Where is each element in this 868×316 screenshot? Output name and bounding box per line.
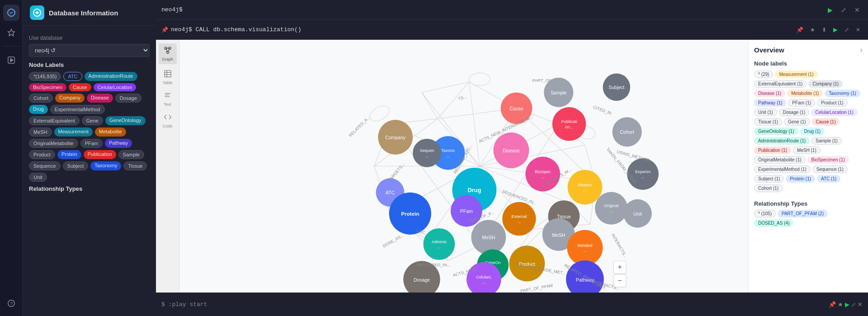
sidebar-tag-company[interactable]: Company: [55, 94, 85, 103]
sidebar-tag-cohort[interactable]: Cohort: [29, 94, 53, 103]
overview-tag-sequence--1-[interactable]: Sequence (1): [812, 165, 848, 173]
sidebar-tag-geneontology[interactable]: GeneOntology: [105, 116, 146, 125]
overview-tag-geneontology--1-[interactable]: GeneOntology (1): [754, 127, 798, 135]
sidebar-tag-sample[interactable]: Sample: [118, 150, 144, 159]
node-sequence[interactable]: [413, 139, 441, 167]
sidebar-tag-externalequivalent[interactable]: ExternalEquivalent: [29, 116, 80, 125]
overview-tag-product--1-[interactable]: Product (1): [817, 99, 847, 107]
sidebar-tag---145-935-[interactable]: *(145,935): [29, 72, 61, 81]
sidebar-tag-publication[interactable]: Publication: [84, 150, 116, 159]
graph-toolbar-graph[interactable]: Graph: [159, 43, 177, 64]
overview-tag-taxonomy--1-[interactable]: Taxonomy (1): [825, 90, 860, 97]
overview-rel-tag-part-of-pfam--2-[interactable]: PART_OF_PFAM (2): [778, 210, 828, 217]
zoom-out-btn[interactable]: −: [613, 274, 626, 287]
editor-close-btn[interactable]: ✕: [854, 25, 863, 34]
sidebar-tag-mesh[interactable]: MeSH: [29, 127, 52, 137]
bottom-play-btn[interactable]: ▶: [845, 301, 849, 308]
overview-tag-originalmetabolite--1-[interactable]: OriginalMetabolite (1): [754, 156, 806, 164]
editor-star-btn[interactable]: ★: [808, 25, 817, 34]
sidebar-tag-pathway[interactable]: Pathway: [105, 139, 132, 148]
sidebar-tag-biospecimen[interactable]: BioSpecimen: [29, 83, 66, 91]
overview-tag-disease--1-[interactable]: Disease (1): [754, 90, 785, 97]
graph-canvas[interactable]: Sample Subject Cause Publicati on... Coh…: [179, 40, 748, 292]
overview-tag-company--1-[interactable]: Company (1): [808, 80, 843, 88]
overview-tag-dosage--1-[interactable]: Dosage (1): [779, 108, 809, 116]
overview-tag-celularlocation--1-[interactable]: CelularLocation (1): [811, 108, 858, 116]
nav-play[interactable]: [3, 52, 19, 68]
graph-toolbar-text[interactable]: Text: [159, 89, 177, 109]
top-bar-input[interactable]: [161, 6, 825, 13]
nav-star[interactable]: [3, 24, 19, 41]
node-publication[interactable]: [552, 107, 586, 141]
top-bar-expand-btn[interactable]: ⤢: [838, 5, 849, 15]
node-metabol[interactable]: [567, 230, 603, 265]
db-select[interactable]: neo4j ↺: [29, 44, 150, 57]
overview-tag-mesh--1-[interactable]: MeSH (1): [793, 146, 821, 154]
overview-tag-subject--1-[interactable]: Subject (1): [754, 175, 784, 183]
sidebar-tag-originalmetabolite[interactable]: OriginalMetabolite: [29, 139, 78, 148]
bottom-input[interactable]: [161, 301, 825, 308]
editor-pin-btn[interactable]: 📌: [794, 25, 806, 34]
sidebar-tag-drug[interactable]: Drug: [29, 105, 48, 114]
sidebar-tag-dosage[interactable]: Dosage: [115, 94, 142, 103]
sidebar-tag-gene[interactable]: Gene: [82, 116, 103, 125]
overview-tag-publication--1-[interactable]: Publication (1): [754, 146, 791, 154]
overview-tag-metabolite--1-[interactable]: Metabolite (1): [787, 90, 823, 97]
top-bar-play-btn[interactable]: ▶: [825, 5, 835, 15]
overview-tag-cohort--1-[interactable]: Cohort (1): [754, 184, 783, 192]
overview-tag-experimentalmethod--1-[interactable]: ExperimentalMethod (1): [754, 165, 811, 173]
sidebar-tag-disease[interactable]: Disease: [87, 94, 113, 103]
node-external[interactable]: [502, 202, 536, 236]
editor-expand-btn[interactable]: ⤢: [842, 25, 851, 34]
bottom-star-btn[interactable]: ★: [838, 301, 843, 308]
sidebar-tag-taxonomy[interactable]: Taxonomy: [90, 161, 121, 170]
node-original[interactable]: [595, 192, 627, 225]
top-bar-close-btn[interactable]: ✕: [852, 5, 863, 15]
overview-tag-drug--1-[interactable]: Drug (1): [800, 127, 825, 135]
sidebar-tag-product[interactable]: Product: [29, 150, 55, 159]
sidebar-tag-sequence[interactable]: Sequence: [29, 161, 61, 170]
overview-tag-pfam--1-[interactable]: PFam (1): [788, 99, 815, 107]
overview-tag-sample--1-[interactable]: Sample (1): [811, 137, 842, 145]
overview-node-labels-tags: * (29)Measurement (1)ExternalEquivalent …: [754, 71, 863, 192]
sidebar-tag-experimentalmethod[interactable]: ExperimentalMethod: [50, 105, 105, 114]
overview-tag----29-[interactable]: * (29): [754, 71, 773, 78]
overview-tag-measurement--1-[interactable]: Measurement (1): [775, 71, 817, 78]
sidebar-tag-administrationroute[interactable]: AdministrationRoute: [85, 72, 137, 81]
overview-tag-pathway--1-[interactable]: Pathway (1): [754, 99, 786, 107]
overview-tag-unit--1-[interactable]: Unit (1): [754, 108, 777, 116]
bottom-expand-btn[interactable]: ⤢: [851, 302, 856, 308]
overview-tag-administrationroute--1-[interactable]: AdministrationRoute (1): [754, 137, 810, 145]
overview-rel-tag-dosed-as--4-[interactable]: DOSED_AS (4): [754, 219, 793, 227]
bottom-close-btn[interactable]: ✕: [858, 301, 863, 308]
node-measur[interactable]: [567, 170, 602, 205]
sidebar-tag-protein[interactable]: Protein: [57, 150, 81, 159]
sidebar-tag-tissue[interactable]: Tissue: [123, 161, 147, 170]
sidebar-tag-pfam[interactable]: PFam: [80, 139, 103, 148]
overview-tag-atc--1-[interactable]: ATC (1): [817, 175, 840, 183]
overview-tag-externalequivalent--1-[interactable]: ExternalEquivalent (1): [754, 80, 807, 88]
zoom-in-btn[interactable]: +: [613, 261, 626, 274]
sidebar-tag-metabolite[interactable]: Metabolite: [95, 127, 126, 137]
sidebar-tag-subject[interactable]: Subject: [63, 161, 89, 170]
graph-toolbar-table[interactable]: Table: [159, 67, 177, 88]
sidebar-tag-measurement[interactable]: Measurement: [54, 127, 93, 137]
bottom-pin-btn[interactable]: 📌: [829, 301, 836, 308]
overview-tag-protein--1-[interactable]: Protein (1): [786, 175, 815, 183]
overview-chevron[interactable]: ›: [860, 45, 863, 55]
overview-tag-gene--1-[interactable]: Gene (1): [784, 118, 810, 126]
editor-play-btn[interactable]: ▶: [831, 25, 840, 34]
nav-home[interactable]: [3, 5, 19, 21]
sidebar-tag-cause[interactable]: Cause: [69, 83, 91, 91]
overview-tag-biospecimen--1-[interactable]: BioSpecimen (1): [807, 156, 849, 164]
editor-download-btn[interactable]: ⬇: [820, 25, 829, 34]
overview-tag-tissue--1-[interactable]: Tissue (1): [754, 118, 782, 126]
editor-input[interactable]: [171, 26, 791, 33]
sidebar-tag-celularlocation[interactable]: CelularLocation: [94, 83, 136, 91]
graph-toolbar-code[interactable]: Code: [159, 110, 177, 131]
overview-tag-cause--1-[interactable]: Cause (1): [812, 118, 840, 126]
overview-rel-tag----105-[interactable]: * (105): [754, 210, 776, 217]
nav-help[interactable]: ?: [3, 295, 19, 311]
sidebar-tag-atc[interactable]: ATC: [63, 72, 82, 81]
sidebar-tag-unit[interactable]: Unit: [29, 173, 47, 182]
